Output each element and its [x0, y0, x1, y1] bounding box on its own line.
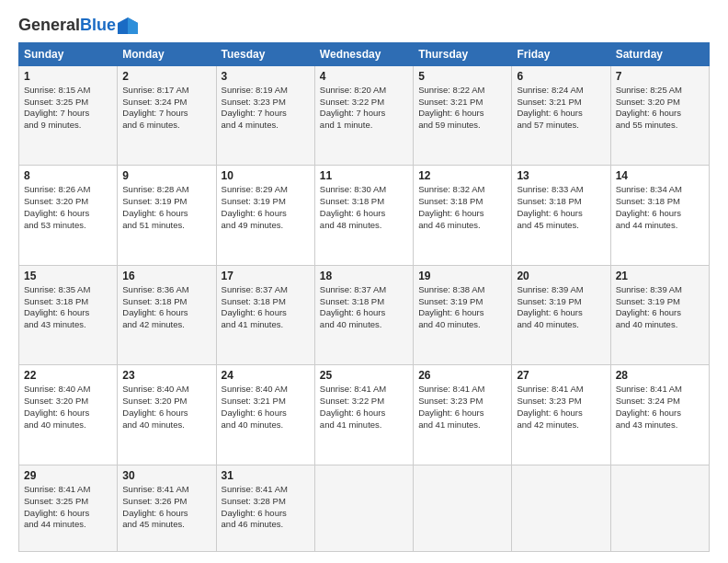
day-info: Sunrise: 8:37 AM [222, 284, 310, 296]
calendar-cell: 4Sunrise: 8:20 AMSunset: 3:22 PMDaylight… [314, 65, 413, 166]
day-info: Daylight: 6 hours [122, 408, 210, 419]
calendar-cell: 6Sunrise: 8:24 AMSunset: 3:21 PMDaylight… [512, 65, 610, 166]
day-info: Sunrise: 8:40 AM [24, 384, 112, 396]
day-info: Sunrise: 8:32 AM [418, 184, 506, 196]
day-info: and 4 minutes. [222, 120, 310, 132]
day-info: Sunset: 3:18 PM [320, 196, 408, 208]
day-number: 2 [122, 70, 210, 83]
calendar-cell: 21Sunrise: 8:39 AMSunset: 3:19 PMDayligh… [610, 265, 709, 365]
day-number: 18 [320, 270, 408, 282]
week-row-1: 1Sunrise: 8:15 AMSunset: 3:25 PMDaylight… [19, 65, 710, 166]
week-row-2: 8Sunrise: 8:26 AMSunset: 3:20 PMDaylight… [19, 166, 710, 266]
calendar-cell: 29Sunrise: 8:41 AMSunset: 3:25 PMDayligh… [19, 465, 118, 551]
day-info: Sunset: 3:19 PM [122, 196, 210, 208]
day-info: Sunset: 3:18 PM [320, 296, 408, 308]
day-info: Sunset: 3:18 PM [616, 196, 704, 208]
day-info: Sunrise: 8:19 AM [222, 85, 310, 97]
calendar-cell: 10Sunrise: 8:29 AMSunset: 3:19 PMDayligh… [216, 166, 314, 266]
day-header-monday: Monday [118, 42, 216, 65]
logo-blue: Blue [80, 16, 116, 34]
day-info: Sunset: 3:18 PM [122, 296, 210, 308]
day-info: Sunrise: 8:20 AM [320, 85, 408, 97]
day-info: and 41 minutes. [320, 419, 408, 431]
day-info: Sunset: 3:28 PM [222, 496, 310, 508]
logo-general: General [18, 16, 80, 34]
day-info: Sunrise: 8:26 AM [24, 184, 112, 196]
logo: GeneralBlue [18, 17, 138, 35]
day-info: Daylight: 6 hours [320, 208, 408, 220]
day-info: Sunrise: 8:35 AM [24, 284, 112, 296]
day-info: Daylight: 6 hours [24, 208, 112, 220]
day-info: and 41 minutes. [418, 419, 506, 431]
calendar-cell: 20Sunrise: 8:39 AMSunset: 3:19 PMDayligh… [512, 265, 610, 365]
day-number: 17 [222, 270, 310, 282]
day-info: Sunrise: 8:25 AM [616, 85, 704, 97]
calendar-cell: 24Sunrise: 8:40 AMSunset: 3:21 PMDayligh… [216, 365, 314, 465]
day-info: Daylight: 6 hours [24, 508, 112, 520]
day-info: and 42 minutes. [517, 419, 605, 431]
day-info: Sunset: 3:19 PM [616, 296, 704, 308]
day-header-tuesday: Tuesday [216, 42, 314, 65]
day-number: 30 [122, 469, 210, 482]
day-info: and 40 minutes. [222, 419, 310, 431]
day-info: and 57 minutes. [517, 120, 605, 132]
day-number: 14 [616, 169, 704, 182]
calendar-cell: 3Sunrise: 8:19 AMSunset: 3:23 PMDaylight… [216, 65, 314, 166]
day-info: and 9 minutes. [24, 120, 112, 132]
day-info: Sunrise: 8:41 AM [517, 384, 605, 396]
day-info: Daylight: 6 hours [122, 208, 210, 220]
day-info: and 46 minutes. [222, 519, 310, 531]
day-info: Daylight: 6 hours [616, 307, 704, 319]
day-info: Sunset: 3:22 PM [320, 97, 408, 109]
day-info: and 45 minutes. [517, 220, 605, 232]
day-info: Sunrise: 8:41 AM [418, 384, 506, 396]
calendar-cell: 28Sunrise: 8:41 AMSunset: 3:24 PMDayligh… [610, 365, 709, 465]
calendar-cell: 27Sunrise: 8:41 AMSunset: 3:23 PMDayligh… [512, 365, 610, 465]
calendar-cell [414, 465, 512, 551]
day-number: 24 [222, 369, 310, 382]
calendar-cell: 9Sunrise: 8:28 AMSunset: 3:19 PMDaylight… [118, 166, 216, 266]
day-info: Sunrise: 8:39 AM [517, 284, 605, 296]
calendar-cell: 12Sunrise: 8:32 AMSunset: 3:18 PMDayligh… [414, 166, 512, 266]
calendar-cell [314, 465, 413, 551]
day-info: Sunrise: 8:37 AM [320, 284, 408, 296]
logo-icon [118, 17, 138, 34]
day-info: and 55 minutes. [616, 120, 704, 132]
day-info: Sunrise: 8:30 AM [320, 184, 408, 196]
day-info: and 40 minutes. [24, 419, 112, 431]
day-info: Daylight: 6 hours [222, 508, 310, 520]
calendar-cell: 26Sunrise: 8:41 AMSunset: 3:23 PMDayligh… [414, 365, 512, 465]
day-info: and 51 minutes. [122, 220, 210, 232]
day-info: and 46 minutes. [418, 220, 506, 232]
day-info: Daylight: 6 hours [517, 108, 605, 120]
day-info: Daylight: 6 hours [24, 408, 112, 419]
day-info: Sunset: 3:23 PM [418, 396, 506, 408]
day-info: Daylight: 6 hours [616, 108, 704, 120]
day-header-thursday: Thursday [414, 42, 512, 65]
day-info: Sunrise: 8:34 AM [616, 184, 704, 196]
day-number: 26 [418, 369, 506, 382]
day-info: Sunrise: 8:36 AM [122, 284, 210, 296]
day-info: and 42 minutes. [122, 319, 210, 331]
calendar-cell: 15Sunrise: 8:35 AMSunset: 3:18 PMDayligh… [19, 265, 118, 365]
day-number: 10 [222, 169, 310, 182]
day-info: Sunrise: 8:33 AM [517, 184, 605, 196]
day-number: 25 [320, 369, 408, 382]
day-info: Sunset: 3:20 PM [122, 396, 210, 408]
day-number: 5 [418, 70, 506, 83]
day-info: Daylight: 7 hours [122, 108, 210, 120]
calendar-cell: 17Sunrise: 8:37 AMSunset: 3:18 PMDayligh… [216, 265, 314, 365]
day-info: and 43 minutes. [24, 319, 112, 331]
day-number: 22 [24, 369, 112, 382]
day-info: Sunrise: 8:41 AM [222, 484, 310, 496]
day-info: Sunset: 3:24 PM [122, 97, 210, 109]
day-info: Daylight: 6 hours [222, 408, 310, 419]
day-header-sunday: Sunday [19, 42, 118, 65]
day-info: and 59 minutes. [418, 120, 506, 132]
day-info: Sunset: 3:24 PM [616, 396, 704, 408]
week-row-3: 15Sunrise: 8:35 AMSunset: 3:18 PMDayligh… [19, 265, 710, 365]
day-info: and 53 minutes. [24, 220, 112, 232]
day-number: 11 [320, 169, 408, 182]
logo-text: GeneralBlue [18, 17, 116, 35]
day-info: Sunrise: 8:39 AM [616, 284, 704, 296]
